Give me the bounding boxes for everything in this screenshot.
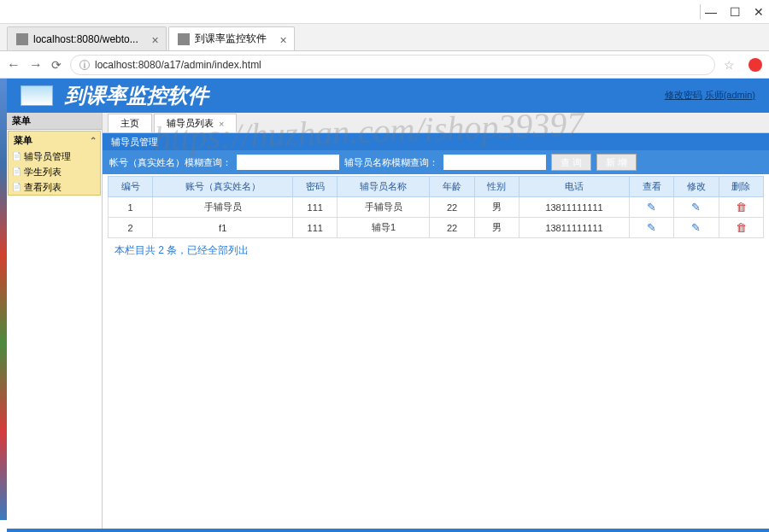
search-label-name: 辅导员名称模糊查询： (344, 156, 438, 169)
col-account: 账号（真实姓名） (153, 177, 293, 197)
table-container: 编号 账号（真实姓名） 密码 辅导员名称 年龄 性别 电话 查看 修改 删除 1… (103, 174, 769, 265)
col-password: 密码 (293, 177, 338, 197)
sidebar-item-label: 查看列表 (24, 181, 62, 194)
app-title: 到课率监控软件 (65, 82, 208, 109)
page-footer: - 到课率监控软件 - (7, 529, 769, 532)
cell-phone: 13811111111 (520, 197, 630, 218)
logo-icon (21, 85, 53, 106)
col-edit: 修改 (674, 177, 719, 197)
cell-account: 手辅导员 (153, 197, 293, 218)
menu-group-label: 菜单 (14, 134, 32, 147)
search-button[interactable]: 查 询 (551, 154, 591, 171)
col-view: 查看 (629, 177, 673, 197)
url-text: localhost:8080/a17/admin/index.html (95, 59, 261, 71)
col-gender: 性别 (474, 177, 519, 197)
search-account-input[interactable] (237, 155, 339, 170)
favicon-icon (16, 33, 28, 45)
cell-password: 111 (293, 197, 338, 218)
reload-button[interactable]: ⟳ (51, 58, 62, 72)
sidebar: 菜单 菜单 ⌃ 辅导员管理 学生列表 查看列表 (7, 113, 103, 529)
close-button[interactable]: ✕ (754, 7, 764, 17)
tab-counselor-list[interactable]: 辅导员列表 × (154, 114, 237, 132)
table-row: 2 f1 111 辅导1 22 男 13811111111 ✎ ✎ 🗑 (109, 218, 764, 238)
edit-icon[interactable]: ✎ (691, 221, 701, 234)
view-icon[interactable]: ✎ (647, 201, 656, 213)
tab-close-icon[interactable]: × (152, 33, 159, 47)
header-links: 修改密码 乐师(admin) (665, 89, 755, 102)
delete-icon[interactable]: 🗑 (736, 221, 747, 234)
bookmark-icon[interactable]: ☆ (724, 58, 735, 72)
col-age: 年龄 (430, 177, 474, 197)
menu-group: 菜单 ⌃ 辅导员管理 学生列表 查看列表 (8, 131, 101, 196)
search-name-input[interactable] (443, 155, 546, 170)
tab-close-icon[interactable]: × (219, 119, 224, 129)
change-password-link[interactable]: 修改密码 (665, 90, 702, 100)
tab-home[interactable]: 主页 (108, 114, 152, 132)
tab-title: localhost:8080/webto... (33, 33, 138, 45)
counselor-table: 编号 账号（真实姓名） 密码 辅导员名称 年龄 性别 电话 查看 修改 删除 1… (108, 176, 764, 238)
search-bar: 帐号（真实姓名）模糊查询： 辅导员名称模糊查询： 查 询 新 增 (103, 150, 769, 174)
add-button[interactable]: 新 增 (596, 154, 637, 171)
table-summary: 本栏目共 2 条，已经全部列出 (108, 238, 764, 263)
address-bar: ← → ⟳ i localhost:8080/a17/admin/index.h… (0, 51, 769, 79)
sidebar-header: 菜单 (7, 113, 102, 130)
minimize-button[interactable]: — (706, 7, 716, 17)
breadcrumb: 辅导员管理 (103, 133, 769, 150)
info-icon: i (79, 60, 90, 70)
col-id: 编号 (109, 177, 153, 197)
browser-tab[interactable]: 到课率监控软件 × (168, 26, 295, 50)
tab-label: 辅导员列表 (167, 117, 214, 130)
view-icon[interactable]: ✎ (647, 221, 656, 234)
edit-icon[interactable]: ✎ (691, 201, 701, 213)
cell-gender: 男 (474, 197, 519, 218)
taskbar-strip (0, 79, 7, 520)
search-label-account: 帐号（真实姓名）模糊查询： (109, 156, 232, 169)
table-row: 1 手辅导员 111 手辅导员 22 男 13811111111 ✎ ✎ 🗑 (109, 197, 764, 218)
extension-icon[interactable] (748, 58, 762, 72)
maximize-button[interactable]: ☐ (730, 7, 740, 17)
breadcrumb-label: 辅导员管理 (111, 136, 158, 149)
sidebar-item-student[interactable]: 学生列表 (9, 164, 100, 179)
sidebar-item-counselor[interactable]: 辅导员管理 (9, 149, 100, 164)
browser-tab[interactable]: localhost:8080/webto... × (7, 26, 167, 50)
cell-age: 22 (430, 218, 474, 238)
tab-close-icon[interactable]: × (280, 33, 287, 47)
menu-group-title[interactable]: 菜单 ⌃ (9, 132, 100, 149)
sidebar-item-label: 学生列表 (24, 166, 62, 178)
col-name: 辅导员名称 (338, 177, 430, 197)
user-link[interactable]: 乐师(admin) (705, 90, 755, 100)
main-content: 主页 辅导员列表 × 辅导员管理 帐号（真实姓名）模糊查询： 辅导员名称模糊查询… (103, 113, 769, 529)
cell-account: f1 (153, 218, 293, 238)
sidebar-item-label: 辅导员管理 (24, 150, 71, 163)
cell-gender: 男 (474, 218, 519, 238)
table-header-row: 编号 账号（真实姓名） 密码 辅导员名称 年龄 性别 电话 查看 修改 删除 (109, 177, 764, 197)
cell-age: 22 (430, 197, 474, 218)
cell-password: 111 (293, 218, 338, 238)
back-button[interactable]: ← (7, 57, 21, 73)
forward-button[interactable]: → (29, 57, 43, 73)
delete-icon[interactable]: 🗑 (736, 201, 747, 213)
browser-tabstrip: localhost:8080/webto... × 到课率监控软件 × (0, 24, 769, 51)
favicon-icon (178, 33, 190, 45)
page-header: 到课率监控软件 修改密码 乐师(admin) (7, 79, 769, 113)
sidebar-item-view[interactable]: 查看列表 (9, 179, 100, 195)
tab-title: 到课率监控软件 (195, 32, 267, 46)
cell-name: 辅导1 (338, 218, 430, 238)
divider (700, 4, 701, 20)
tab-label: 主页 (120, 117, 139, 130)
col-phone: 电话 (520, 177, 630, 197)
cell-phone: 13811111111 (520, 218, 630, 238)
cell-name: 手辅导员 (338, 197, 430, 218)
col-delete: 删除 (719, 177, 763, 197)
collapse-icon[interactable]: ⌃ (90, 136, 97, 145)
window-titlebar: — ☐ ✕ (0, 0, 769, 24)
page-tabs: 主页 辅导员列表 × (103, 113, 769, 133)
url-field[interactable]: i localhost:8080/a17/admin/index.html (70, 55, 715, 75)
cell-id: 1 (109, 197, 153, 218)
cell-id: 2 (109, 218, 153, 238)
